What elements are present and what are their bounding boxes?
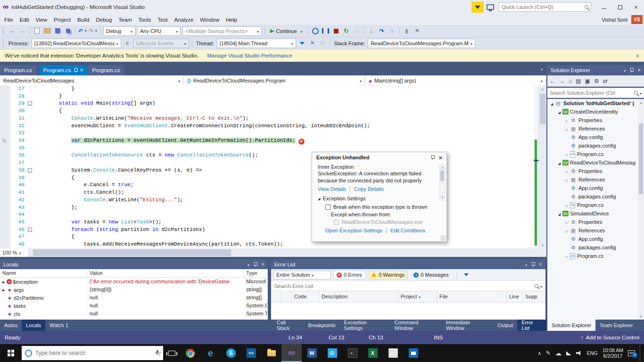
- user-name[interactable]: Vishal Soni: [602, 17, 627, 23]
- menu-debug[interactable]: Debug: [92, 16, 115, 24]
- breakpoint-margin[interactable]: [0, 137, 10, 145]
- hidden-icons-chevron[interactable]: [537, 350, 541, 356]
- navigate-back-icon[interactable]: ←: [550, 78, 555, 84]
- solution-explorer-search-input[interactable]: [550, 90, 634, 96]
- onedrive-icon[interactable]: [555, 350, 561, 357]
- pin-icon[interactable]: [74, 68, 77, 73]
- tree-expander-icon[interactable]: [557, 211, 562, 216]
- breakpoint-margin[interactable]: [0, 211, 10, 219]
- maximize-button[interactable]: [612, 0, 628, 14]
- error-list-title-bar[interactable]: Error List: [271, 259, 545, 269]
- error-list-search[interactable]: [271, 281, 545, 291]
- notepad-icon[interactable]: [383, 344, 403, 362]
- code-text[interactable]: {: [34, 233, 534, 241]
- expand-icon[interactable]: [1, 278, 7, 286]
- code-text[interactable]: foreach (string partition in d2cPartitio…: [34, 226, 534, 234]
- show-next-statement-icon[interactable]: [352, 26, 362, 36]
- chevron-down-icon[interactable]: [539, 66, 543, 72]
- tree-item[interactable]: Program.cs: [547, 150, 638, 158]
- column-header[interactable]: Project: [398, 291, 437, 302]
- account-badge[interactable]: VS: [631, 15, 643, 24]
- action-center-icon[interactable]: 3: [628, 350, 635, 356]
- panel-tab[interactable]: Autos: [0, 320, 22, 331]
- code-line[interactable]: 44: [0, 211, 534, 219]
- menu-help[interactable]: Help: [223, 16, 240, 24]
- breakpoint-margin[interactable]: [0, 152, 10, 159]
- clock[interactable]: 10:08 AM 6/2/2017: [603, 347, 623, 359]
- panel-tab[interactable]: Error List: [517, 320, 546, 331]
- taskbar-search-input[interactable]: [35, 350, 152, 356]
- column-header[interactable]: Name: [0, 269, 87, 277]
- panel-tab[interactable]: Output: [493, 320, 517, 331]
- code-text[interactable]: {: [34, 107, 534, 115]
- breakpoint-margin[interactable]: [0, 107, 10, 115]
- breakpoint-margin[interactable]: [0, 174, 10, 182]
- code-text[interactable]: cts.Cancel();: [34, 189, 534, 197]
- menu-team[interactable]: Team: [115, 16, 135, 24]
- visual-studio-icon[interactable]: [281, 344, 302, 362]
- undo-icon[interactable]: [78, 26, 87, 36]
- fold-collapse-icon[interactable]: [28, 168, 32, 173]
- code-line[interactable]: 43 };: [0, 204, 534, 212]
- properties-icon[interactable]: ⚙: [594, 78, 599, 84]
- code-line[interactable]: 47 {: [0, 233, 534, 241]
- editor-horizontal-scrollbar[interactable]: [29, 248, 546, 257]
- tree-expander-icon[interactable]: [549, 100, 554, 106]
- filter-threads-icon[interactable]: [297, 39, 307, 48]
- messages-filter-button[interactable]: 0 Messages: [410, 271, 452, 280]
- solution-explorer-search[interactable]: [547, 88, 644, 98]
- quick-launch-input[interactable]: [502, 4, 585, 10]
- column-header[interactable]: [281, 291, 292, 302]
- column-header[interactable]: Type: [244, 269, 268, 277]
- code-line[interactable]: 48 tasks.Add(ReceiveMessagesFromDeviceAs…: [0, 241, 534, 248]
- tree-item[interactable]: Properties: [547, 116, 638, 124]
- popup-scrollbar[interactable]: [439, 165, 445, 200]
- vscode-icon[interactable]: [241, 344, 261, 362]
- column-header[interactable]: [271, 291, 281, 302]
- tree-expander-icon[interactable]: [557, 160, 562, 165]
- resize-grip[interactable]: [440, 235, 446, 240]
- code-line[interactable]: 40 e.Cancel = true;: [0, 181, 534, 189]
- tree-expander-icon[interactable]: [564, 168, 570, 174]
- tree-expander-icon[interactable]: [564, 177, 570, 182]
- code-text[interactable]: CancellationTokenSource cts = new Cancel…: [34, 152, 534, 159]
- code-text[interactable]: var tasks = new List<Task>();: [34, 219, 534, 226]
- scrollbar-thumb[interactable]: [33, 249, 231, 256]
- redo-icon[interactable]: [88, 26, 98, 36]
- breakpoint-margin[interactable]: [0, 219, 10, 226]
- microphone-icon[interactable]: [155, 350, 160, 356]
- task-view-button[interactable]: [163, 344, 180, 362]
- locals-row[interactable]: ctsnullSystem.T: [0, 310, 268, 318]
- outlook-icon[interactable]: [322, 344, 342, 362]
- errors-filter-button[interactable]: 0 Errors: [333, 271, 365, 280]
- stop-debugging-icon[interactable]: [331, 26, 341, 36]
- collapse-all-icon[interactable]: ▣: [585, 78, 590, 84]
- tree-item[interactable]: ReadDeviceToCloudMessag: [547, 158, 638, 167]
- code-text[interactable]: {: [34, 174, 534, 182]
- menu-edit[interactable]: Edit: [17, 16, 33, 24]
- locals-row[interactable]: d2cPartitionsnullstring[]: [0, 294, 268, 302]
- link[interactable]: Edit Conditions: [386, 228, 425, 233]
- new-file-icon[interactable]: [32, 26, 41, 36]
- step-into-icon[interactable]: [367, 26, 376, 36]
- menu-project[interactable]: Project: [50, 16, 74, 24]
- scrollbar-thumb[interactable]: [639, 123, 643, 194]
- add-to-source-control-button[interactable]: Add to Source Control: [581, 335, 639, 340]
- code-text[interactable]: [34, 211, 534, 219]
- code-line[interactable]: 30 {: [0, 107, 534, 115]
- link[interactable]: Copy Details: [350, 186, 383, 192]
- menu-tools[interactable]: Tools: [135, 16, 154, 24]
- menu-analyze[interactable]: Analyze: [171, 16, 197, 24]
- link[interactable]: View Details: [318, 186, 346, 192]
- continue-button[interactable]: Continue: [267, 26, 306, 36]
- tree-item[interactable]: References: [547, 124, 638, 133]
- locals-row[interactable]: args{string[0]}string[]: [0, 286, 268, 294]
- breakpoint-margin[interactable]: [0, 145, 10, 152]
- word-icon[interactable]: [302, 344, 322, 362]
- breakpoint-margin[interactable]: [0, 100, 10, 107]
- tree-item[interactable]: Properties: [547, 167, 638, 175]
- column-header[interactable]: Description: [319, 291, 398, 302]
- step-out-icon[interactable]: [388, 26, 397, 36]
- type-dropdown[interactable]: ReadDeviceToCloudMessages.Program: [184, 75, 365, 85]
- navigate-forward-icon[interactable]: →: [559, 78, 565, 84]
